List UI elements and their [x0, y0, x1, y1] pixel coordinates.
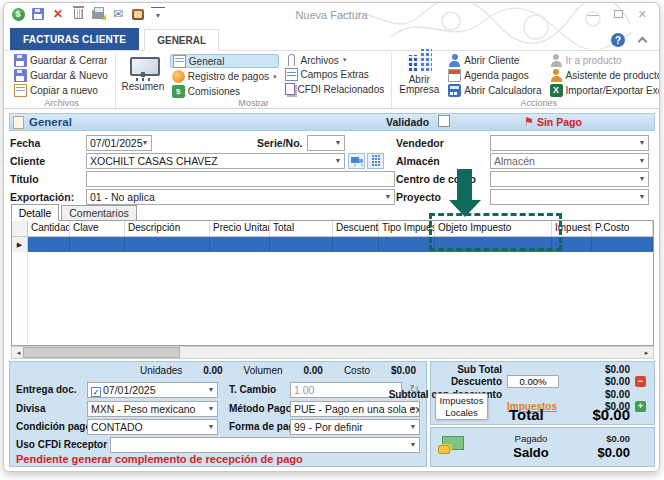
- qat-customize-icon[interactable]: ▾: [151, 7, 165, 21]
- shipping-address-button[interactable]: [348, 153, 365, 169]
- pagado-value: $0.00: [606, 433, 630, 444]
- guardar-nuevo-button[interactable]: Guardar & Nuevo: [12, 69, 110, 82]
- column-header[interactable]: Precio Unitario: [210, 221, 270, 236]
- collapse-ribbon-icon[interactable]: [638, 37, 648, 47]
- divisa-combo[interactable]: MXN - Peso mexicano▼: [87, 401, 218, 417]
- tab-comentarios[interactable]: Comentarios: [61, 205, 137, 221]
- impuestos-locales-button[interactable]: Impuestos Locales: [435, 393, 488, 420]
- abrir-empresa-button[interactable]: Abrir Empresa: [396, 54, 442, 95]
- minimize-button[interactable]: —: [588, 8, 599, 20]
- ribbon-group-mostrar: Resumen General Registro de pagos▾ $Comi…: [116, 53, 392, 108]
- money-icon: [438, 436, 464, 454]
- descuento-label: Descuento: [431, 376, 502, 387]
- column-header[interactable]: Total: [270, 221, 333, 236]
- chevron-down-icon: ▼: [407, 420, 419, 434]
- add-tax-icon[interactable]: +: [635, 401, 646, 412]
- quick-access-toolbar: $ ✕ ✉ ▾: [11, 7, 165, 21]
- goto-product-icon: [550, 54, 563, 67]
- importar-exportar-excel-button[interactable]: XImportar/Exportar Excel▾: [548, 84, 661, 97]
- send-mail-icon[interactable]: ✉: [111, 7, 125, 21]
- checked-checkbox[interactable]: ✓: [91, 387, 101, 397]
- guardar-cerrar-button[interactable]: Guardar & Cerrar: [12, 54, 110, 67]
- scroll-right-icon[interactable]: ▸: [640, 347, 653, 358]
- tab-detalle[interactable]: Detalle: [11, 204, 59, 221]
- copiar-nuevo-button[interactable]: Copiar a nuevo: [12, 84, 110, 97]
- centro-costo-combo[interactable]: ▼: [490, 171, 649, 187]
- annotation-dashed-highlight: [429, 213, 562, 251]
- fecha-combo[interactable]: 07/01/2025▼: [86, 135, 152, 151]
- forma-pago-combo[interactable]: 99 - Por definir▼: [290, 419, 420, 435]
- general-button[interactable]: General: [170, 54, 279, 68]
- ir-a-producto-button: Ir a producto: [548, 54, 661, 67]
- exportacion-combo[interactable]: 01 - No aplica▼: [86, 189, 395, 205]
- column-header[interactable]: P.Costo: [592, 221, 653, 236]
- page-icon: [13, 116, 24, 129]
- delete-icon[interactable]: ✕: [51, 7, 65, 21]
- remove-discount-icon[interactable]: −: [635, 376, 646, 387]
- client-icon: [448, 54, 461, 67]
- pagado-label: Pagado: [491, 433, 571, 444]
- column-header[interactable]: Descripción: [125, 221, 210, 236]
- costo-label: Costo: [344, 365, 370, 376]
- condicion-pago-combo[interactable]: CONTADO▼: [87, 419, 218, 435]
- annotation-arrow: [457, 169, 472, 201]
- chevron-down-icon: ▼: [332, 136, 344, 150]
- vendedor-combo[interactable]: ▼: [490, 135, 649, 151]
- cliente-combo[interactable]: XOCHILT CASAS CHAVEZ▼: [86, 153, 345, 169]
- horizontal-scrollbar[interactable]: ◂ ▸: [11, 346, 654, 359]
- tab-facturas-cliente[interactable]: FACTURAS CLIENTE: [10, 28, 139, 50]
- asistente-producto-button[interactable]: Asistente de producto: [548, 69, 661, 82]
- titulo-input[interactable]: [86, 171, 395, 187]
- tab-general[interactable]: GENERAL: [144, 29, 219, 51]
- trash-icon[interactable]: [71, 7, 85, 21]
- validado-checkbox[interactable]: [438, 115, 450, 127]
- paperclip-icon: [288, 54, 295, 66]
- comisiones-button[interactable]: $Comisiones: [170, 85, 279, 98]
- chevron-down-icon: ▼: [139, 136, 151, 150]
- column-header[interactable]: Cantidad: [28, 221, 70, 236]
- entrega-doc-combo[interactable]: ✓07/01/2025▼: [87, 382, 218, 398]
- row-marker[interactable]: ▶: [12, 237, 28, 252]
- ribbon-group-archivos: Guardar & Cerrar Guardar & Nuevo Copiar …: [8, 53, 116, 108]
- total-label: Total: [509, 406, 544, 423]
- almacen-label: Almacén: [396, 153, 440, 169]
- save-icon[interactable]: [31, 7, 45, 21]
- saldo-value: $0.00: [597, 445, 630, 460]
- ribbon-group-acciones: Abrir Empresa Abrir Cliente Agenda pagos…: [392, 53, 660, 108]
- registro-pagos-button[interactable]: Registro de pagos▾: [170, 70, 279, 83]
- serie-combo[interactable]: ▼: [307, 135, 345, 151]
- almacen-combo[interactable]: Almacén▼: [490, 153, 649, 169]
- group-caption: Acciones: [392, 98, 660, 108]
- column-header[interactable]: Descuento: [333, 221, 379, 236]
- cfdi-relacionados-button[interactable]: CFDI Relacionados: [283, 83, 387, 95]
- chevron-down-icon: ▾: [273, 73, 277, 81]
- abrir-cliente-button[interactable]: Abrir Cliente: [446, 54, 543, 67]
- row-marker-header: [12, 221, 28, 236]
- proyecto-label: Proyecto: [396, 189, 441, 205]
- column-header[interactable]: Clave: [70, 221, 125, 236]
- archivos-button[interactable]: Archivos▾: [283, 54, 387, 66]
- flag-icon: ⚑: [524, 115, 534, 128]
- close-button[interactable]: ✕: [638, 8, 647, 20]
- certificate-icon[interactable]: [131, 7, 145, 21]
- app-icon[interactable]: $: [11, 7, 25, 21]
- chevron-down-icon: ▼: [636, 172, 648, 186]
- unidades-value: 0.00: [203, 365, 222, 376]
- help-icon[interactable]: ?: [611, 33, 625, 47]
- proyecto-combo[interactable]: ▼: [490, 189, 649, 205]
- print-icon[interactable]: [91, 7, 105, 21]
- payment-panel: Unidades0.00 Volumen0.00 Costo$0.00 Entr…: [9, 361, 427, 467]
- abrir-calculadora-button[interactable]: Abrir Calculadora: [446, 84, 543, 97]
- monitor-icon: [128, 56, 158, 80]
- uso-cfdi-combo[interactable]: ▼: [110, 437, 420, 453]
- campos-extras-button[interactable]: Campos Extras: [283, 68, 387, 81]
- column-header[interactable]: Tipo Impuesto: [379, 221, 435, 236]
- resumen-button[interactable]: Resumen: [120, 54, 166, 95]
- agenda-pagos-button[interactable]: Agenda pagos: [446, 69, 543, 82]
- copy-new-icon: [14, 84, 27, 97]
- scrollbar-thumb[interactable]: [23, 347, 180, 358]
- metodo-pago-combo[interactable]: PUE - Pago en una sola exhibici▼: [290, 401, 420, 417]
- fiscal-data-button[interactable]: [367, 153, 384, 169]
- maximize-button[interactable]: [614, 10, 623, 18]
- descuento-pct-input[interactable]: 0.00%: [507, 375, 559, 388]
